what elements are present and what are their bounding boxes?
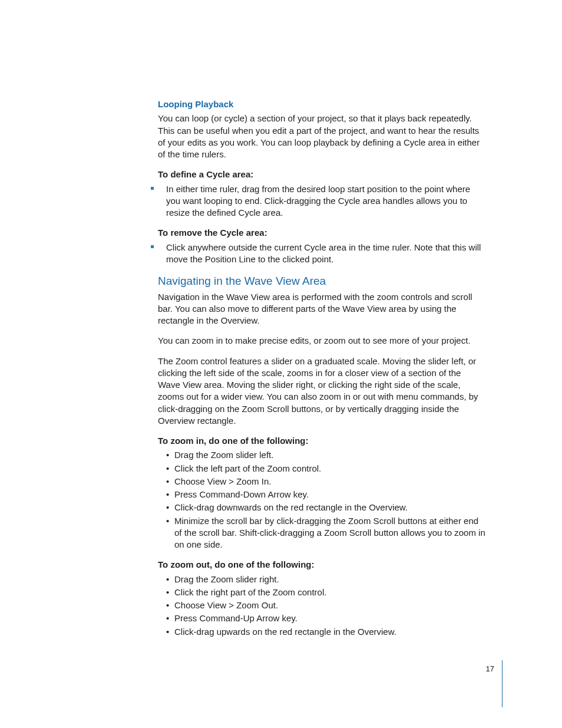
list-item: Press Command-Up Arrow key. bbox=[158, 612, 485, 624]
list-item: Click anywhere outside the current Cycle… bbox=[158, 242, 485, 266]
lead-zoom-out: To zoom out, do one of the following: bbox=[158, 559, 485, 571]
para-nav-3: The Zoom control features a slider on a … bbox=[158, 355, 485, 427]
list-item: Click-drag downwards on the red rectangl… bbox=[158, 502, 485, 513]
list-zoom-out: Drag the Zoom slider right. Click the ri… bbox=[158, 574, 485, 638]
para-nav-2: You can zoom in to make precise edits, o… bbox=[158, 335, 485, 347]
list-zoom-in: Drag the Zoom slider left. Click the lef… bbox=[158, 449, 485, 551]
list-define-cycle: In either time ruler, drag from the desi… bbox=[158, 183, 485, 219]
list-remove-cycle: Click anywhere outside the current Cycle… bbox=[158, 242, 485, 266]
list-item: Click-drag upwards on the red rectangle … bbox=[158, 626, 485, 638]
para-looping-intro: You can loop (or cycle) a section of you… bbox=[158, 113, 485, 160]
page-content: Looping Playback You can loop (or cycle)… bbox=[0, 0, 562, 638]
lead-define-cycle: To define a Cycle area: bbox=[158, 169, 485, 180]
list-item: Choose View > Zoom In. bbox=[158, 476, 485, 487]
list-item: Press Command-Down Arrow key. bbox=[158, 489, 485, 500]
lead-zoom-in: To zoom in, do one of the following: bbox=[158, 435, 485, 447]
list-item: In either time ruler, drag from the desi… bbox=[158, 183, 485, 219]
lead-remove-cycle: To remove the Cycle area: bbox=[158, 227, 485, 239]
list-item: Drag the Zoom slider right. bbox=[158, 574, 485, 585]
heading-looping-playback: Looping Playback bbox=[158, 98, 485, 110]
list-item: Choose View > Zoom Out. bbox=[158, 599, 485, 611]
list-item: Minimize the scroll bar by click-draggin… bbox=[158, 515, 485, 551]
page-number: 17 bbox=[486, 664, 494, 674]
para-nav-1: Navigation in the Wave View area is perf… bbox=[158, 291, 485, 327]
list-item: Click the left part of the Zoom control. bbox=[158, 463, 485, 475]
list-item: Click the right part of the Zoom control… bbox=[158, 587, 485, 598]
side-rule bbox=[502, 660, 503, 707]
list-item: Drag the Zoom slider left. bbox=[158, 449, 485, 461]
heading-navigating-wave-view: Navigating in the Wave View Area bbox=[158, 274, 485, 289]
